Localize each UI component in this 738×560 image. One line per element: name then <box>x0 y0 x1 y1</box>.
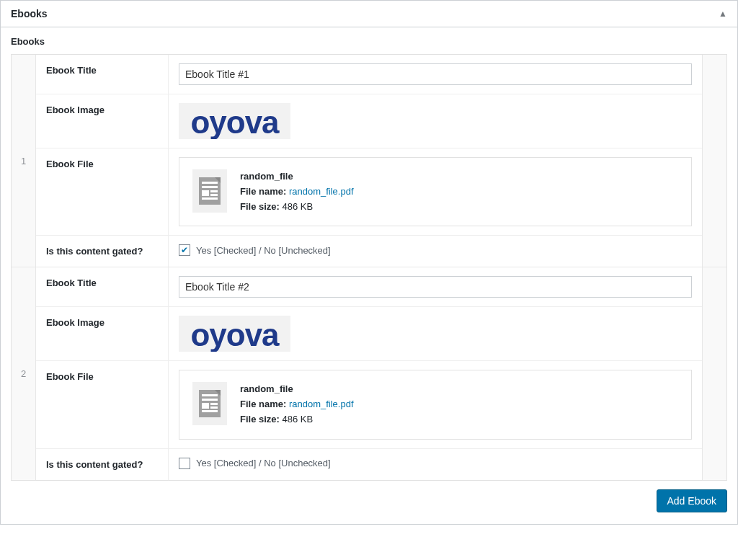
drag-handle[interactable] <box>702 55 726 267</box>
svg-rect-14 <box>210 406 218 409</box>
document-icon <box>192 169 227 213</box>
collapse-icon[interactable]: ▲ <box>719 9 727 19</box>
svg-rect-12 <box>202 403 209 409</box>
row-index: 2 <box>12 267 36 479</box>
svg-rect-13 <box>210 403 218 405</box>
svg-rect-4 <box>202 190 209 196</box>
ebook-file-card[interactable]: random_file File name: random_file.pdf F… <box>179 370 692 439</box>
svg-rect-7 <box>202 197 218 200</box>
file-name-label: File name: <box>240 399 286 409</box>
file-size-label: File size: <box>240 414 280 425</box>
label-gated: Is this content gated? <box>36 449 169 480</box>
svg-rect-11 <box>202 399 218 401</box>
section-label: Ebooks <box>11 36 727 47</box>
label-ebook-title: Ebook Title <box>36 267 169 306</box>
svg-rect-2 <box>202 182 218 184</box>
file-name-link[interactable]: random_file.pdf <box>289 399 354 409</box>
ebook-image-preview[interactable]: oyova <box>179 103 290 139</box>
file-title: random_file <box>240 169 354 185</box>
file-name-link[interactable]: random_file.pdf <box>289 186 354 197</box>
svg-rect-5 <box>210 190 218 192</box>
svg-rect-6 <box>210 194 218 196</box>
row-index: 1 <box>12 55 36 267</box>
logo-icon: oyova <box>190 319 278 351</box>
label-ebook-image: Ebook Image <box>36 307 169 360</box>
ebook-repeater: 1 Ebook Title Ebook Image oyova <box>11 54 727 481</box>
panel-header: Ebooks ▲ <box>1 1 737 27</box>
gated-checkbox[interactable] <box>179 458 190 469</box>
gated-checkbox[interactable] <box>179 244 190 256</box>
file-name-label: File name: <box>240 186 286 197</box>
svg-rect-3 <box>202 186 218 188</box>
drag-handle[interactable] <box>702 267 726 479</box>
label-gated: Is this content gated? <box>36 236 169 267</box>
gated-hint: Yes [Checked] / No [Unchecked] <box>196 245 331 256</box>
ebook-title-input[interactable] <box>179 63 692 85</box>
file-size-label: File size: <box>240 201 280 212</box>
file-size-value: 486 KB <box>283 414 314 425</box>
document-icon <box>192 382 227 425</box>
file-size-value: 486 KB <box>283 201 314 212</box>
file-meta: random_file File name: random_file.pdf F… <box>240 169 354 214</box>
label-ebook-title: Ebook Title <box>36 55 169 94</box>
file-meta: random_file File name: random_file.pdf F… <box>240 382 354 427</box>
ebook-image-preview[interactable]: oyova <box>179 316 290 352</box>
panel-title: Ebooks <box>11 8 48 19</box>
label-ebook-file: Ebook File <box>36 361 169 448</box>
file-title: random_file <box>240 382 354 397</box>
add-ebook-button[interactable]: Add Ebook <box>657 489 728 512</box>
svg-rect-15 <box>202 410 218 412</box>
label-ebook-file: Ebook File <box>36 148 169 235</box>
ebook-row: 2 Ebook Title Ebook Image oyova <box>12 267 726 479</box>
svg-rect-10 <box>202 394 218 396</box>
ebooks-panel: Ebooks ▲ Ebooks 1 Ebook Title Ebook Imag… <box>0 0 738 525</box>
label-ebook-image: Ebook Image <box>36 94 169 148</box>
ebook-row: 1 Ebook Title Ebook Image oyova <box>12 55 726 267</box>
ebook-file-card[interactable]: random_file File name: random_file.pdf F… <box>179 157 692 226</box>
ebook-title-input[interactable] <box>179 276 692 298</box>
gated-hint: Yes [Checked] / No [Unchecked] <box>196 458 331 468</box>
logo-icon: oyova <box>190 107 278 138</box>
